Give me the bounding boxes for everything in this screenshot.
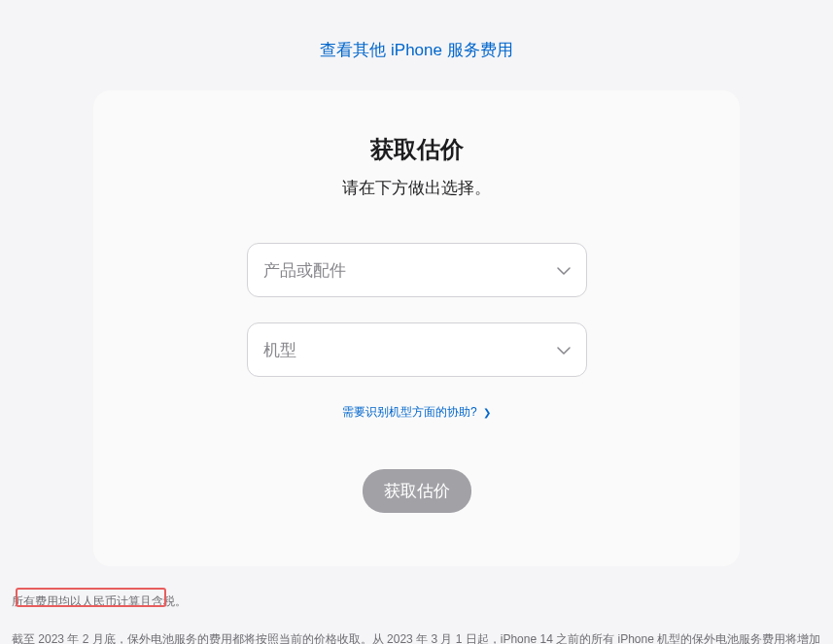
chevron-down-icon — [557, 261, 571, 279]
model-placeholder: 机型 — [263, 339, 296, 361]
footer-tax-note: 所有费用均以人民币计算且含税。 — [12, 593, 821, 610]
footer-price-note: 截至 2023 年 2 月底，保外电池服务的费用都将按照当前的价格收取。从 20… — [12, 629, 821, 644]
chevron-right-icon: ❯ — [483, 407, 491, 418]
estimate-card: 获取估价 请在下方做出选择。 产品或配件 机型 — [93, 90, 740, 566]
chevron-down-icon — [557, 341, 571, 358]
product-placeholder: 产品或配件 — [263, 259, 346, 282]
product-select[interactable]: 产品或配件 — [247, 243, 587, 297]
product-select-field: 产品或配件 — [247, 243, 587, 297]
model-select-field: 机型 — [247, 322, 587, 377]
model-select[interactable]: 机型 — [247, 322, 587, 377]
get-estimate-button[interactable]: 获取估价 — [363, 469, 471, 513]
card-title: 获取估价 — [142, 134, 691, 165]
help-link-text: 需要识别机型方面的协助? — [342, 405, 477, 419]
help-link[interactable]: 需要识别机型方面的协助? ❯ — [142, 402, 691, 421]
footer: 所有费用均以人民币计算且含税。 截至 2023 年 2 月底，保外电池服务的费用… — [0, 566, 833, 644]
top-link[interactable]: 查看其他 iPhone 服务费用 — [0, 39, 833, 61]
card-subtitle: 请在下方做出选择。 — [142, 177, 691, 199]
top-link-text: 查看其他 iPhone 服务费用 — [320, 41, 512, 59]
